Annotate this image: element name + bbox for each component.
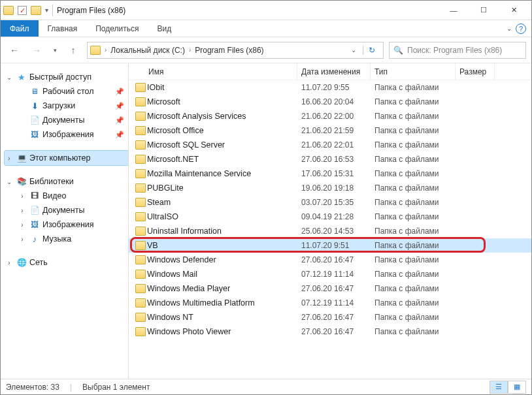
- close-button[interactable]: ✕: [499, 1, 529, 20]
- pin-icon: 📌: [115, 131, 124, 139]
- folder-icon: [134, 140, 147, 150]
- breadcrumb-item[interactable]: Program Files (x86): [195, 46, 263, 55]
- document-icon: [29, 205, 40, 215]
- folder-icon: [134, 112, 147, 121]
- file-date: 21.06.20 22:00: [301, 112, 374, 121]
- file-row[interactable]: Windows Defender27.06.20 16:47Папка с фа…: [129, 253, 531, 267]
- file-row[interactable]: Windows Mail07.12.19 11:14Папка с файлам…: [129, 267, 531, 281]
- file-name: VB: [147, 241, 301, 250]
- file-row[interactable]: Windows Photo Viewer27.06.20 16:47Папка …: [129, 324, 531, 339]
- file-name: PUBGLite: [147, 183, 301, 193]
- tab-home[interactable]: Главная: [39, 20, 87, 37]
- music-icon: [29, 234, 40, 244]
- file-date: 27.06.20 16:47: [301, 284, 374, 293]
- maximize-button[interactable]: ☐: [469, 1, 499, 20]
- file-row[interactable]: Windows Multimedia Platform07.12.19 11:1…: [129, 296, 531, 310]
- nav-music[interactable]: ›Музыка: [18, 232, 128, 246]
- file-row[interactable]: PUBGLite19.06.20 19:18Папка с файлами: [129, 181, 531, 195]
- file-type: Папка с файлами: [374, 327, 459, 336]
- file-row[interactable]: Windows Media Player27.06.20 16:47Папка …: [129, 281, 531, 296]
- file-name: UltraISO: [147, 212, 301, 221]
- help-icon[interactable]: ?: [516, 24, 526, 34]
- file-row[interactable]: Windows NT27.06.20 16:47Папка с файлами: [129, 310, 531, 324]
- folder-icon: [134, 126, 147, 135]
- minimize-button[interactable]: —: [439, 1, 469, 20]
- folder-icon: [134, 255, 147, 264]
- nav-documents2[interactable]: ›Документы: [18, 203, 128, 217]
- folder-icon: [134, 241, 147, 250]
- up-button[interactable]: ↑: [65, 42, 82, 59]
- file-row[interactable]: VB11.07.20 9:51Папка с файлами: [129, 238, 531, 253]
- tab-file[interactable]: Файл: [1, 20, 39, 37]
- nav-this-pc[interactable]: ›Этот компьютер: [5, 151, 128, 165]
- status-bar: Элементов: 33 | Выбран 1 элемент ☰ ▦: [1, 379, 531, 394]
- file-type: Папка с файлами: [374, 313, 459, 322]
- file-type: Папка с файлами: [374, 97, 459, 106]
- column-size[interactable]: Размер: [456, 63, 495, 80]
- file-date: 16.06.20 20:04: [301, 97, 374, 106]
- column-type[interactable]: Тип: [371, 63, 456, 80]
- file-type: Папка с файлами: [374, 298, 459, 308]
- file-row[interactable]: Microsoft Analysis Services21.06.20 22:0…: [129, 109, 531, 123]
- column-name[interactable]: Имя: [134, 63, 297, 80]
- file-name: Uninstall Information: [147, 227, 301, 236]
- file-row[interactable]: Microsoft16.06.20 20:04Папка с файлами: [129, 95, 531, 109]
- file-name: Steam: [147, 198, 301, 207]
- file-type: Папка с файлами: [374, 212, 459, 221]
- file-type: Папка с файлами: [374, 140, 459, 150]
- file-name: Microsoft Analysis Services: [147, 112, 301, 121]
- search-input[interactable]: 🔍 Поиск: Program Files (x86): [389, 42, 526, 59]
- file-date: 25.06.20 14:53: [301, 227, 374, 236]
- breadcrumb[interactable]: › Локальный диск (C:) › Program Files (x…: [87, 42, 384, 59]
- view-large-button[interactable]: ▦: [508, 381, 526, 394]
- file-row[interactable]: Mozilla Maintenance Service17.06.20 15:3…: [129, 166, 531, 181]
- file-row[interactable]: Microsoft SQL Server21.06.20 22:01Папка …: [129, 138, 531, 152]
- view-details-button[interactable]: ☰: [490, 381, 508, 394]
- star-icon: [16, 72, 27, 82]
- nav-videos[interactable]: ›Видео: [18, 189, 128, 203]
- breadcrumb-item[interactable]: Локальный диск (C:): [110, 46, 185, 55]
- file-date: 19.06.20 19:18: [301, 183, 374, 193]
- status-item-count: Элементов: 33: [6, 383, 59, 392]
- nav-libraries[interactable]: ⌄Библиотеки: [5, 174, 128, 189]
- file-type: Папка с файлами: [374, 227, 459, 236]
- history-dropdown[interactable]: ▾: [50, 42, 59, 59]
- network-icon: [16, 257, 27, 268]
- quick-access-check-icon[interactable]: ✓: [18, 6, 27, 15]
- file-rows[interactable]: IObit11.07.20 9:55Папка с файламиMicroso…: [129, 80, 531, 379]
- file-row[interactable]: UltraISO09.04.19 21:28Папка с файлами: [129, 210, 531, 224]
- breadcrumb-dropdown-icon[interactable]: ⌄: [347, 46, 360, 54]
- nav-desktop[interactable]: Рабочий стол📌: [18, 84, 128, 99]
- back-button[interactable]: ←: [6, 42, 23, 59]
- file-date: 11.07.20 9:55: [301, 83, 374, 92]
- nav-downloads[interactable]: Загрузки📌: [18, 99, 128, 113]
- nav-network[interactable]: ›Сеть: [5, 255, 128, 270]
- file-row[interactable]: IObit11.07.20 9:55Папка с файлами: [129, 80, 531, 95]
- navigation-pane[interactable]: ⌄Быстрый доступ Рабочий стол📌 Загрузки📌 …: [1, 63, 129, 379]
- nav-documents[interactable]: Документы📌: [18, 113, 128, 127]
- folder-icon: [134, 212, 147, 221]
- file-name: Microsoft SQL Server: [147, 140, 301, 150]
- ribbon-collapse-icon[interactable]: ⌄: [507, 25, 512, 32]
- pin-icon: 📌: [115, 87, 124, 96]
- folder-icon: [134, 313, 147, 322]
- nav-quick-access[interactable]: ⌄Быстрый доступ: [5, 70, 128, 84]
- folder-icon: [134, 198, 147, 207]
- qa-folder-icon[interactable]: [31, 6, 41, 15]
- nav-pictures2[interactable]: ›Изображения: [18, 217, 128, 232]
- file-type: Папка с файлами: [374, 126, 459, 135]
- nav-pictures[interactable]: Изображения📌: [18, 127, 128, 142]
- file-name: IObit: [147, 83, 301, 92]
- file-row[interactable]: Uninstall Information25.06.20 14:53Папка…: [129, 224, 531, 238]
- file-row[interactable]: Microsoft.NET27.06.20 16:53Папка с файла…: [129, 152, 531, 166]
- file-row[interactable]: Steam03.07.20 15:35Папка с файлами: [129, 195, 531, 210]
- column-date[interactable]: Дата изменения: [297, 63, 371, 80]
- refresh-button[interactable]: ↻: [363, 46, 380, 55]
- file-row[interactable]: Microsoft Office21.06.20 21:59Папка с фа…: [129, 123, 531, 138]
- forward-button[interactable]: →: [28, 42, 45, 59]
- tab-view[interactable]: Вид: [148, 20, 180, 37]
- file-date: 27.06.20 16:47: [301, 255, 374, 264]
- tab-share[interactable]: Поделиться: [86, 20, 148, 37]
- file-name: Mozilla Maintenance Service: [147, 169, 301, 178]
- file-date: 07.12.19 11:14: [301, 298, 374, 308]
